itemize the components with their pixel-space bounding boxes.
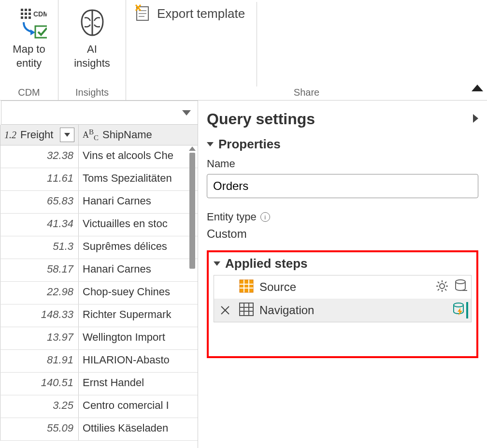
svg-rect-0 <box>21 9 23 11</box>
svg-rect-5 <box>29 13 31 15</box>
svg-point-29 <box>456 280 465 284</box>
data-preview-pane: 1.2 Freight ABC ShipName 32.38Vins et al… <box>0 101 198 448</box>
table-row[interactable]: 41.34Victuailles en stoc <box>0 214 198 236</box>
export-template-button[interactable]: Export template <box>157 6 245 21</box>
vertical-scrollbar[interactable] <box>187 145 198 448</box>
scroll-thumb[interactable] <box>189 153 195 269</box>
column-header-shipname-label: ShipName <box>102 129 152 141</box>
close-icon <box>220 305 230 315</box>
table-header: 1.2 Freight ABC ShipName <box>0 125 198 145</box>
cell-shipname[interactable]: Toms Spezialitäten <box>79 168 198 190</box>
chevron-down-icon <box>207 142 214 146</box>
cell-shipname[interactable]: Suprêmes délices <box>79 236 198 259</box>
properties-title: Properties <box>218 137 281 152</box>
applied-step-navigation[interactable]: Navigation <box>214 299 471 322</box>
query-settings-title: Query settings <box>207 110 315 128</box>
svg-text:CDM: CDM <box>33 10 47 18</box>
cell-freight[interactable]: 51.3 <box>0 236 79 259</box>
cell-freight[interactable]: 58.17 <box>0 259 79 281</box>
svg-rect-15 <box>240 280 253 292</box>
cell-freight[interactable]: 32.38 <box>0 145 79 168</box>
table-row[interactable]: 81.91HILARION-Abasto <box>0 350 198 373</box>
svg-line-26 <box>445 289 446 290</box>
cell-shipname[interactable]: Vins et alcools Che <box>79 145 198 168</box>
collapse-ribbon-button[interactable] <box>472 85 483 93</box>
query-settings-header: Query settings <box>207 110 478 128</box>
cell-shipname[interactable]: Ernst Handel <box>79 373 198 395</box>
table-icon <box>239 279 254 295</box>
applied-steps-title: Applied steps <box>225 256 307 271</box>
cell-shipname[interactable]: Centro comercial I <box>79 395 198 418</box>
cell-shipname[interactable]: Hanari Carnes <box>79 191 198 213</box>
chevron-up-icon <box>472 85 483 91</box>
expand-query-settings-button[interactable] <box>473 114 478 125</box>
entity-type-label-text: Entity type <box>207 211 257 223</box>
entity-type-label: Entity type i <box>207 211 478 223</box>
table-row[interactable]: 3.25Centro comercial I <box>0 395 198 418</box>
cell-freight[interactable]: 55.09 <box>0 418 79 440</box>
svg-line-27 <box>438 289 439 290</box>
database-icon[interactable] <box>455 279 468 295</box>
cell-shipname[interactable]: HILARION-Abasto <box>79 350 198 372</box>
info-icon[interactable]: i <box>260 212 270 222</box>
applied-steps-list: Source <box>214 275 472 322</box>
cell-shipname[interactable]: Wellington Import <box>79 327 198 349</box>
cell-shipname[interactable]: Chop-suey Chines <box>79 282 198 304</box>
table-body: 32.38Vins et alcools Che11.61Toms Spezia… <box>0 145 198 448</box>
table-row[interactable]: 148.33Richter Supermark <box>0 304 198 327</box>
column-filter-button[interactable] <box>60 128 74 142</box>
svg-point-20 <box>440 284 444 289</box>
cell-shipname[interactable]: Richter Supermark <box>79 304 198 327</box>
column-header-shipname[interactable]: ABC ShipName <box>79 125 198 145</box>
cell-freight[interactable]: 11.61 <box>0 168 79 190</box>
cell-shipname[interactable]: Victuailles en stoc <box>79 214 198 236</box>
applied-step-source[interactable]: Source <box>214 275 471 299</box>
gear-icon[interactable] <box>435 279 449 295</box>
database-lightning-icon[interactable] <box>453 302 468 318</box>
chevron-down-icon <box>214 261 220 266</box>
name-input[interactable] <box>207 174 478 198</box>
ai-insights-label: AI insights <box>74 43 110 70</box>
table-row[interactable]: 11.61Toms Spezialitäten <box>0 168 198 191</box>
cell-freight[interactable]: 148.33 <box>0 304 79 327</box>
brain-icon <box>76 6 109 41</box>
applied-steps-header[interactable]: Applied steps <box>214 256 472 271</box>
map-to-entity-button[interactable]: CDM Map to entity <box>7 4 51 72</box>
cell-freight[interactable]: 140.51 <box>0 373 79 395</box>
cell-freight[interactable]: 22.98 <box>0 282 79 304</box>
table-row[interactable]: 55.09Ottilies Käseladen <box>0 418 198 441</box>
cell-freight[interactable]: 81.91 <box>0 350 79 372</box>
table-row[interactable]: 22.98Chop-suey Chines <box>0 282 198 304</box>
cell-freight[interactable]: 3.25 <box>0 395 79 418</box>
table-row[interactable]: 32.38Vins et alcools Che <box>0 145 198 168</box>
cell-freight[interactable]: 41.34 <box>0 214 79 236</box>
cell-shipname[interactable]: Ottilies Käseladen <box>79 418 198 440</box>
cell-shipname[interactable]: Hanari Carnes <box>79 259 198 281</box>
applied-steps-section: Applied steps Source <box>207 250 478 358</box>
table-row[interactable]: 140.51Ernst Handel <box>0 373 198 395</box>
ribbon-group-cdm: CDM Map to entity CDM <box>0 0 58 100</box>
table-row[interactable]: 65.83Hanari Carnes <box>0 191 198 214</box>
ribbon-group-share: Export template Share <box>126 0 487 100</box>
main: 1.2 Freight ABC ShipName 32.38Vins et al… <box>0 101 487 448</box>
svg-line-25 <box>438 282 439 283</box>
properties-section-header[interactable]: Properties <box>207 137 478 152</box>
cell-freight[interactable]: 13.97 <box>0 327 79 349</box>
table-outline-icon <box>239 303 254 318</box>
name-field-label: Name <box>207 158 478 170</box>
delete-step-button[interactable] <box>217 305 233 315</box>
table-row[interactable]: 58.17Hanari Carnes <box>0 259 198 282</box>
ribbon-group-label-insights: Insights <box>75 84 109 98</box>
ai-insights-button[interactable]: AI insights <box>70 4 114 72</box>
caret-down-icon <box>64 133 70 137</box>
formula-bar[interactable] <box>1 101 198 125</box>
column-header-freight[interactable]: 1.2 Freight <box>0 125 79 145</box>
svg-rect-7 <box>25 16 27 19</box>
table-row[interactable]: 13.97Wellington Import <box>0 327 198 350</box>
svg-rect-8 <box>29 16 31 19</box>
cell-freight[interactable]: 65.83 <box>0 191 79 213</box>
decimal-type-icon: 1.2 <box>4 130 16 141</box>
column-header-freight-label: Freight <box>20 129 53 141</box>
table-row[interactable]: 51.3Suprêmes délices <box>0 236 198 259</box>
ribbon: CDM Map to entity CDM AI insights Insigh… <box>0 0 487 101</box>
